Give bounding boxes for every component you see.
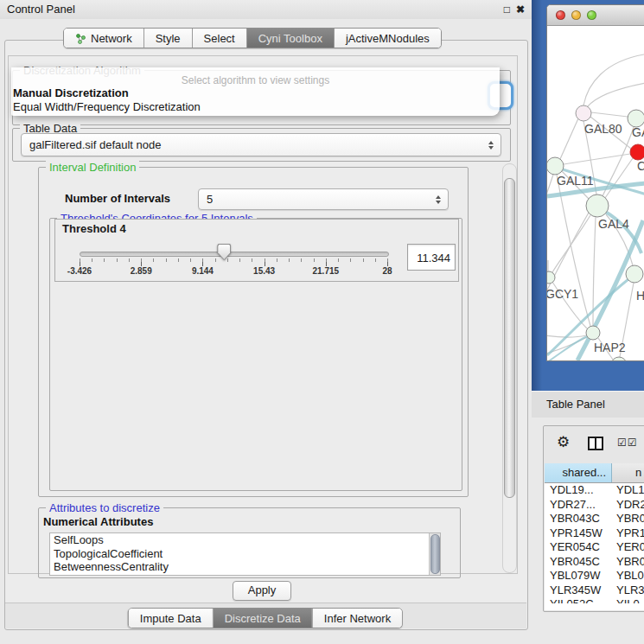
top-tab-label: jActiveMNodules: [346, 32, 430, 45]
table-row[interactable]: YPR145W YPR1: [545, 526, 644, 541]
table-rows: YDL19... YDL1 YDR27... YDR2 YBR043C YBR0…: [545, 483, 644, 603]
network-node-label: GCY1: [547, 287, 578, 301]
cell-name: YBL0: [612, 569, 644, 583]
control-panel: Control Panel □ ✖: [0, 0, 532, 644]
network-node[interactable]: [576, 105, 591, 121]
table-data-combo-value: galFiltered.sif default node: [22, 138, 485, 151]
control-panel-titlebar: Control Panel □ ✖: [0, 0, 532, 19]
threshold-label: Threshold 4: [62, 222, 126, 235]
network-node[interactable]: [547, 271, 555, 284]
settings-scroll-area: Discretization Algorithm Table Data galF…: [8, 55, 518, 574]
number-of-intervals-label: Number of Intervals: [65, 192, 170, 205]
traffic-light-button[interactable]: [571, 10, 581, 20]
float-icon[interactable]: □: [504, 3, 510, 16]
cell-shared-name: YBR045C: [545, 555, 612, 570]
slider-tick-label: 28: [382, 266, 392, 276]
network-node-label: HAP2: [594, 341, 626, 354]
table-header: shared... n: [545, 463, 644, 483]
network-node[interactable]: [547, 157, 564, 175]
interval-definition-group: Interval Definition Number of Intervals …: [38, 167, 469, 497]
cell-shared-name: YIL052C: [545, 597, 612, 603]
network-node[interactable]: [626, 265, 643, 283]
algorithm-option[interactable]: Manual Discretization: [11, 86, 500, 100]
threshold-row: Threshold 4 -3.4262.8599.14415.4321.7152…: [54, 219, 459, 282]
network-node[interactable]: [628, 110, 644, 127]
cell-shared-name: YPR145W: [545, 526, 612, 541]
cell-name: YER0: [612, 540, 644, 555]
attribute-list-item[interactable]: BetweennessCentrality: [50, 560, 440, 574]
network-node[interactable]: [586, 326, 600, 340]
network-node-label: C: [637, 159, 644, 173]
group-title: Attributes to discretize: [46, 501, 163, 514]
algorithm-option-list: Manual DiscretizationEqual Width/Frequen…: [11, 86, 500, 114]
table-row[interactable]: YBR043C YBR0: [545, 512, 644, 526]
traffic-light-button[interactable]: [556, 10, 565, 20]
network-window-titlebar: [547, 5, 644, 26]
top-tab[interactable]: Select: [192, 29, 246, 48]
attribute-list-item[interactable]: TopologicalCoefficient: [50, 547, 440, 561]
gear-icon[interactable]: ⚙: [557, 434, 570, 451]
top-tab[interactable]: Style: [143, 29, 192, 48]
slider-tick-label: 2.859: [131, 266, 152, 276]
cell-name: YIL0: [612, 597, 644, 603]
numerical-attributes-label: Numerical Attributes: [43, 515, 153, 528]
cell-name: YDR2: [612, 498, 644, 513]
main-vertical-scrollbar[interactable]: [502, 163, 517, 573]
traffic-light-button[interactable]: [587, 10, 596, 20]
combo-stepper-icon: [432, 195, 444, 204]
network-node[interactable]: [586, 194, 609, 217]
bottom-tab[interactable]: Infer Network: [312, 609, 402, 628]
table-toolbar: ⚙ ☑☑: [544, 426, 644, 462]
attributes-group: Attributes to discretize Numerical Attri…: [38, 507, 461, 578]
network-node-label: GAL11: [557, 174, 594, 188]
cell-shared-name: YBR043C: [545, 512, 612, 526]
number-of-intervals-combo[interactable]: 5: [198, 188, 449, 210]
top-tab-label: Style: [156, 32, 181, 45]
cell-name: YDL1: [612, 483, 644, 498]
numerical-attributes-list: SelfLoopsTopologicalCoefficientBetweenne…: [49, 532, 441, 576]
table-row[interactable]: YLR345W YLR3: [545, 583, 644, 598]
bottom-tab-label: Impute Data: [140, 612, 201, 625]
combo-stepper-icon: [485, 141, 497, 150]
split-columns-icon[interactable]: [587, 436, 604, 455]
threshold-value-field[interactable]: 11.344: [407, 244, 456, 271]
thresholds-group: Threshold's Coordinates for 5 Intervals …: [49, 218, 462, 491]
top-tab[interactable]: jActiveMNodules: [334, 29, 441, 48]
bottom-tab-bar: Impute Data Discretize Data Infer Networ…: [128, 608, 403, 628]
cell-shared-name: YBL079W: [545, 569, 612, 583]
table-row[interactable]: YDL19... YDL1: [545, 483, 644, 498]
table-panel-titlebar: Table Panel: [532, 391, 644, 418]
panel-title: Control Panel: [7, 0, 75, 19]
column-header-shared[interactable]: shared...: [545, 463, 612, 482]
cell-shared-name: YDL19...: [545, 483, 612, 498]
network-window: GAL80GACGAL11GAL4GCY1HHAP2: [546, 4, 644, 361]
attributes-list-scrollbar[interactable]: [429, 533, 440, 575]
close-icon[interactable]: ✖: [516, 3, 525, 16]
slider-tick-label: 15.43: [253, 266, 275, 276]
bottom-tab[interactable]: Impute Data: [129, 609, 213, 628]
cell-shared-name: YDR27...: [545, 498, 612, 513]
table-row[interactable]: YBR045C YBR0: [545, 555, 644, 570]
group-title: Interval Definition: [46, 161, 139, 174]
algorithm-option[interactable]: Equal Width/Frequency Discretization: [11, 100, 500, 114]
right-region: GAL80GACGAL11GAL4GCY1HHAP2 Table Panel ⚙…: [532, 0, 644, 644]
slider-ticks: [80, 258, 388, 266]
table-row[interactable]: YIL052C YIL0: [545, 597, 644, 603]
bottom-tab[interactable]: Discretize Data: [213, 609, 312, 628]
cell-shared-name: YER054C: [545, 540, 612, 555]
table-row[interactable]: YER054C YER0: [545, 540, 644, 555]
network-node[interactable]: [630, 144, 644, 160]
table-row[interactable]: YBL079W YBL0: [545, 569, 644, 583]
checkbox-icons[interactable]: ☑☑: [617, 437, 638, 449]
network-canvas[interactable]: GAL80GACGAL11GAL4GCY1HHAP2: [547, 25, 644, 361]
apply-button[interactable]: Apply: [233, 581, 291, 601]
table-row[interactable]: YDR27... YDR2: [545, 498, 644, 513]
bottom-tab-label: Discretize Data: [225, 612, 301, 625]
network-node[interactable]: [611, 357, 627, 361]
column-header-name[interactable]: n: [612, 463, 644, 482]
threshold-slider-track[interactable]: [80, 252, 389, 257]
top-tab[interactable]: Network: [64, 29, 143, 48]
top-tab[interactable]: Cyni Toolbox: [246, 29, 334, 48]
table-data-combo[interactable]: galFiltered.sif default node: [21, 133, 501, 156]
attribute-list-item[interactable]: SelfLoops: [50, 533, 440, 547]
